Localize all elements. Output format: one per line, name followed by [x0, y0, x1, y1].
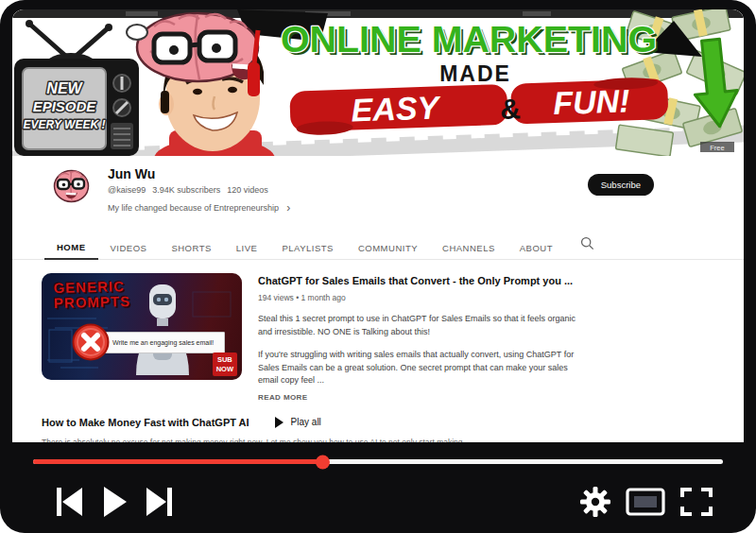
sub-badge-line1: SUB: [216, 355, 233, 364]
channel-name: Jun Wu: [108, 166, 290, 181]
tv-text-line1: NEW: [46, 80, 83, 96]
banner-ampersand: &: [500, 93, 522, 125]
channel-meta: @kaise99 3.94K subscribers 120 videos: [108, 185, 290, 195]
thumbnail-overlay-text: GENERIC PROMPTS: [54, 279, 131, 311]
read-more-link[interactable]: READ MORE: [258, 393, 579, 402]
tv-text-line3: EVERY WEEK !: [24, 118, 106, 131]
play-all-button[interactable]: Play all: [274, 417, 321, 428]
playlist-description: There is absolutely no excuse for not ma…: [42, 436, 469, 443]
channel-handle: @kaise99: [108, 185, 146, 195]
tab-community[interactable]: COMMUNITY: [346, 237, 430, 259]
channel-header: Jun Wu @kaise99 3.94K subscribers 120 vi…: [12, 156, 744, 232]
channel-tabs: HOME VIDEOS SHORTS LIVE PLAYLISTS COMMUN…: [12, 237, 744, 260]
featured-video-info: ChatGPT for Sales Emails that Convert - …: [258, 273, 579, 402]
tv-text-line2: EPISODE: [33, 98, 97, 114]
channel-banner: Free NEW EPISODE EVERY WEEK !: [12, 9, 744, 156]
tab-videos[interactable]: VIDEOS: [98, 237, 160, 259]
channel-page: Free NEW EPISODE EVERY WEEK !: [12, 9, 744, 442]
banner-made-text: MADE: [439, 61, 511, 86]
settings-button[interactable]: [580, 487, 610, 517]
sub-now-badge: SUB NOW: [213, 352, 237, 376]
player-mockup: Free NEW EPISODE EVERY WEEK !: [0, 0, 756, 533]
banner-fun-text: FUN!: [553, 82, 630, 121]
banner-watermark: Free: [710, 144, 724, 152]
overlay-line2: PROMPTS: [54, 294, 131, 311]
next-icon: [146, 487, 174, 517]
featured-video-section: GENERIC PROMPTS Write me an engaging sal…: [12, 260, 744, 402]
featured-video-thumbnail[interactable]: GENERIC PROMPTS Write me an engaging sal…: [42, 273, 242, 380]
tab-home[interactable]: HOME: [44, 236, 98, 260]
search-icon: [580, 236, 594, 250]
tab-playlists[interactable]: PLAYLISTS: [269, 237, 346, 259]
previous-icon: [55, 487, 83, 517]
featured-video-description-2: If you're struggling with writing sales …: [258, 349, 579, 387]
red-x-circle-icon: [72, 323, 110, 361]
progress-filled: [33, 459, 323, 464]
tab-about[interactable]: ABOUT: [507, 237, 565, 259]
banner-headline: ONLINE MARKETING: [281, 20, 657, 60]
fullscreen-icon: [680, 488, 713, 516]
tab-channels[interactable]: CHANNELS: [430, 237, 507, 259]
player-controls: [0, 478, 756, 525]
tab-shorts[interactable]: SHORTS: [159, 237, 223, 259]
subscribe-button[interactable]: Subscribe: [588, 174, 654, 196]
transport-controls: [55, 487, 174, 517]
brain-avatar-icon: [51, 164, 92, 205]
progress-bar[interactable]: [33, 459, 723, 464]
secondary-controls: [580, 487, 713, 517]
playhead-handle[interactable]: [316, 455, 330, 469]
play-all-icon: [274, 417, 284, 428]
next-button[interactable]: [146, 487, 174, 517]
play-icon: [102, 487, 127, 517]
miniplayer-icon: [626, 488, 665, 516]
tab-live[interactable]: LIVE: [224, 237, 270, 259]
previous-button[interactable]: [55, 487, 83, 517]
featured-video-meta: 194 views • 1 month ago: [258, 293, 579, 302]
prompt-box: Write me an engaging sales email!: [102, 332, 225, 353]
video-count: 120 videos: [227, 185, 268, 195]
fullscreen-button[interactable]: [680, 488, 713, 516]
tagline-text: My life changed because of Entrepreneurs…: [108, 203, 279, 213]
channel-tagline[interactable]: My life changed because of Entrepreneurs…: [108, 203, 290, 213]
chevron-right-icon[interactable]: ›: [286, 204, 290, 212]
channel-info: Jun Wu @kaise99 3.94K subscribers 120 vi…: [108, 164, 290, 213]
channel-search-button[interactable]: [580, 236, 594, 259]
playlist-title[interactable]: How to Make Money Fast with ChatGPT AI: [42, 417, 249, 428]
subscriber-count: 3.94K subscribers: [152, 185, 220, 195]
playlist-header: How to Make Money Fast with ChatGPT AI P…: [42, 417, 719, 428]
settings-gear-icon: [580, 487, 610, 517]
play-all-label: Play all: [291, 417, 321, 427]
playlist-section: How to Make Money Fast with ChatGPT AI P…: [12, 402, 744, 443]
miniplayer-button[interactable]: [626, 488, 665, 516]
play-button[interactable]: [102, 487, 127, 517]
banner-easy-text: EASY: [351, 89, 442, 128]
featured-video-title[interactable]: ChatGPT for Sales Emails that Convert - …: [258, 275, 579, 286]
featured-video-description-1: Steal this 1 secret prompt to use in Cha…: [258, 313, 579, 338]
robot-art: [125, 281, 200, 375]
channel-avatar[interactable]: [51, 164, 92, 205]
sub-badge-line2: NOW: [216, 365, 233, 373]
